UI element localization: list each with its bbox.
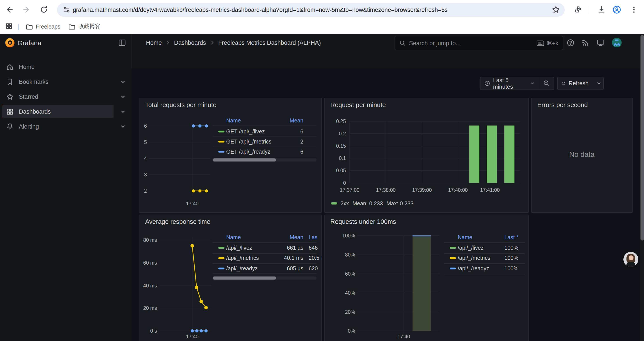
browser-toolbar: grafana.mathmast.com/d/deytv4rwavabkb/fr… [0,0,644,19]
grafana-logo[interactable] [5,38,14,47]
legend-column-header[interactable]: Mean [290,117,303,124]
panel-title[interactable]: Errors per second [537,101,588,108]
legend-color-pill [218,141,224,143]
search-placeholder: Search or jump to... [409,40,537,46]
sidebar-item-label: Alerting [19,123,39,130]
news-rss-icon[interactable] [582,39,589,47]
refresh-button[interactable]: Refresh [558,77,592,89]
bookmark-label: Freeleaps [36,24,60,30]
apps-grid-icon[interactable] [5,22,13,30]
legend-series-name[interactable]: GET /api/_/livez [226,128,265,135]
legend-color-pill [331,203,337,204]
sidebar-item-label: Home [19,63,35,70]
bookmarks-divider [18,24,19,30]
legend-column-header[interactable]: Name [226,234,241,240]
series-legend[interactable]: 2xxMean: 0.233Max: 0.233 [331,200,414,206]
monitor-icon[interactable] [597,39,604,47]
panel-requests-under-100ms: Requests under 100ms 100%80%60%40%20%0%1… [324,214,529,341]
user-avatar[interactable] [612,38,622,48]
grid-icon [6,108,14,115]
legend-value: 100% [504,255,518,261]
site-settings-icon[interactable] [62,5,71,14]
legend-series-name[interactable]: /api/_/readyz [226,265,258,271]
legend-value: 6 [300,149,303,155]
address-bar[interactable]: grafana.mathmast.com/d/deytv4rwavabkb/fr… [57,3,565,17]
legend-series-name[interactable]: GET /api/_/readyz [226,149,270,155]
sidebar-item-alerting[interactable]: Alerting [2,120,114,133]
profile-icon[interactable] [612,5,621,14]
search-icon [400,40,406,46]
legend-column-header[interactable]: Name [226,117,241,124]
bookmark-folder-freeleaps[interactable]: Freeleaps [26,19,60,34]
legend-value: 100% [504,265,518,271]
sidebar-item-bookmarks[interactable]: Bookmarks [2,75,114,88]
svg-text:0.15: 0.15 [336,143,346,149]
zoom-out-icon [543,80,550,87]
no-data-message: No data [532,150,632,158]
sidebar-toggle-icon[interactable] [118,39,126,47]
sidebar-item-home[interactable]: Home [2,60,114,73]
panel-title[interactable]: Average response time [145,218,210,225]
svg-text:17:40: 17:40 [186,201,198,206]
svg-text:20%: 20% [345,309,355,315]
zoom-out-button[interactable] [539,77,554,89]
chevron-down-icon [120,79,125,84]
assistant-avatar[interactable] [624,252,638,267]
sidebar-chevron-bookmarks[interactable] [118,75,128,88]
legend-series-name[interactable]: /api/_/livez [458,245,484,251]
panel-title[interactable]: Requests under 100ms [330,218,396,225]
sidebar-chevron-starred[interactable] [118,90,128,103]
sidebar-item-dashboards[interactable]: Dashboards [2,105,114,118]
sidebar-item-starred[interactable]: Starred [2,90,114,103]
back-icon[interactable] [5,5,14,14]
legend-series-name[interactable]: /api/_/livez [226,245,252,251]
brand-title: Grafana [18,34,41,51]
grafana-app: Grafana Home Dashboards Freeleaps Metric… [0,34,644,341]
legend-column-header[interactable]: Las [309,234,318,240]
menu-kebab-icon[interactable] [630,5,638,14]
refresh-interval-dropdown[interactable] [592,77,605,89]
legend-column-header[interactable]: Last * [504,234,518,240]
breadcrumb-dashboards[interactable]: Dashboards [174,40,206,46]
bookmark-star-icon[interactable] [552,5,560,14]
legend-series-name[interactable]: /api/_/metrics [226,255,259,261]
legend-column-header[interactable]: Mean [290,234,303,240]
panel-average-response-time: Average response time 80 ms60 ms40 ms20 … [139,214,322,341]
sidebar-chevron-dashboards[interactable] [118,105,128,118]
table-separator [444,263,525,264]
legend-value: 20.5 r [309,255,322,261]
bookmark-icon [6,78,14,85]
bookmark-folder-blogs[interactable]: 收藏博客 [68,19,100,34]
legend-series-name[interactable]: /api/_/readyz [458,265,489,271]
legend-series-name[interactable]: /api/_/metrics [458,255,490,261]
extensions-icon[interactable] [574,5,582,14]
panel-title[interactable]: Request per minute [330,101,386,108]
svg-text:0.25: 0.25 [336,118,346,124]
legend-scrollbar-thumb[interactable] [212,276,276,279]
legend-scrollbar-thumb[interactable] [212,158,276,161]
download-icon[interactable] [597,5,606,14]
svg-text:0%: 0% [348,328,355,333]
svg-text:3: 3 [144,172,147,177]
legend-stat: Max: 0.233 [386,200,414,206]
breadcrumb: Home Dashboards Freeleaps Metrics Dashbo… [146,34,321,51]
svg-text:40%: 40% [345,290,355,295]
panel-title[interactable]: Total requests per minute [145,101,216,108]
grafana-topnav: Grafana Home Dashboards Freeleaps Metric… [0,34,644,52]
legend-series-name[interactable]: GET /api/_/metrics [226,138,272,145]
avatar-body [626,262,635,267]
help-icon[interactable] [567,39,574,47]
url-text[interactable]: grafana.mathmast.com/d/deytv4rwavabkb/fr… [73,6,547,13]
breadcrumb-home[interactable]: Home [146,40,162,46]
sidebar-chevron-alerting[interactable] [118,120,128,133]
reload-icon[interactable] [40,5,48,14]
legend-column-header[interactable]: Name [458,234,472,240]
brand-area: Grafana [0,34,132,51]
scrollbar-thumb[interactable] [640,35,644,240]
breadcrumb-current: Freeleaps Metrics Dashboard (ALPHA) [218,40,321,46]
time-range-picker[interactable]: Last 5 minutes [480,77,538,89]
home-icon [6,63,14,71]
forward-icon[interactable] [22,5,31,14]
page-scrollbar[interactable] [640,34,644,341]
search-input[interactable]: Search or jump to... ⌘+k [394,36,563,50]
